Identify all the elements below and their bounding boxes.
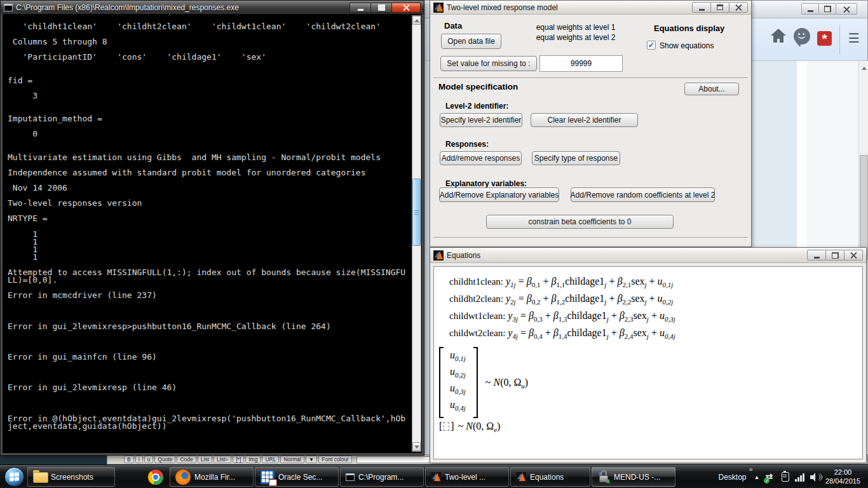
browser-restore-button[interactable]	[818, 3, 836, 15]
editor-toolbar-button[interactable]: B	[124, 456, 134, 463]
set-missing-value-button[interactable]: Set value for missing to :	[440, 56, 537, 71]
equations-window: Equations childht1clean: y1j = β0,1 + β1…	[430, 247, 867, 463]
taskbar-item-console[interactable]: C:\Program...	[340, 467, 424, 487]
equations-restore-button[interactable]	[825, 250, 844, 261]
missing-value-input[interactable]: 99999	[539, 55, 623, 72]
add-remove-random-coeff-button[interactable]: Add/Remove random coefficients at level …	[571, 187, 715, 202]
taskbar-item-label: Two-level ...	[445, 473, 485, 482]
specify-response-type-button[interactable]: Specify type of response	[532, 151, 620, 165]
equations-minimize-button[interactable]	[807, 250, 826, 261]
add-remove-responses-button[interactable]: Add/remove responses	[440, 151, 522, 165]
console-title: C:\Program Files (x86)\Realcom\Imputatio…	[16, 3, 239, 12]
show-equations-checkbox[interactable]: ✔	[647, 41, 656, 50]
taskbar-item-two-level[interactable]: Two-level ...	[425, 467, 509, 487]
desktop-toolbar[interactable]: Desktop »	[713, 465, 751, 488]
taskbar-item-chrome[interactable]	[143, 467, 168, 487]
show-equations-label: Show equations	[660, 41, 714, 50]
scroll-up-arrow[interactable]	[412, 16, 421, 25]
taskbar: Screenshots Mozilla Fir... 13 Oracle Sec…	[0, 464, 868, 488]
lastpass-icon[interactable]: *	[817, 31, 832, 46]
console-icon	[346, 473, 355, 481]
close-icon	[735, 4, 742, 11]
model-maximize-button[interactable]	[710, 2, 729, 13]
taskbar-item-equations[interactable]: Equations	[510, 467, 590, 487]
editor-toolbar-button[interactable]: [*]	[233, 456, 244, 463]
taskbar-item-oracle[interactable]: 13 Oracle Sec...	[255, 467, 339, 487]
minimize-icon	[814, 257, 820, 259]
taskbar-clock[interactable]: 22:00 28/04/2015	[824, 465, 867, 485]
editor-toolbar-button[interactable]: u	[144, 456, 154, 463]
minimize-icon	[699, 9, 705, 11]
equation-line: childwt2clean: y4j = β0,4 + β1,4childage…	[449, 327, 862, 344]
model-window-title: Two-level mixed response model	[447, 3, 558, 12]
constrain-beta-button[interactable]: constrain beta coefficients to 0	[486, 215, 674, 229]
editor-toolbar-button[interactable]: ▼	[306, 456, 317, 463]
editor-toolbar-button[interactable]: i	[135, 456, 143, 463]
scroll-down-arrow[interactable]	[412, 442, 421, 451]
console-close-button[interactable]	[391, 3, 421, 13]
close-icon	[850, 252, 857, 259]
editor-toolbar-button[interactable]: Img	[245, 456, 261, 463]
maximize-icon	[717, 4, 723, 10]
add-remove-explanatory-button[interactable]: Add/Remove Explanatory variables	[439, 187, 559, 202]
console-scrollbar[interactable]	[412, 15, 421, 452]
equations-titlebar[interactable]: Equations	[430, 248, 866, 263]
system-tray: ▲ ⇄✓	[752, 465, 824, 488]
model-close-button[interactable]	[729, 2, 748, 13]
close-icon	[403, 4, 410, 11]
start-button[interactable]	[1, 465, 27, 488]
model-window: Two-level mixed response model Data equa…	[430, 0, 752, 247]
chat-bubble-icon[interactable]	[794, 28, 810, 44]
section-divider	[433, 78, 748, 79]
model-minimize-button[interactable]	[692, 2, 711, 13]
editor-toolbar-button[interactable]: Font colour	[318, 456, 352, 463]
specify-level2-button[interactable]: Specify level-2 identifier	[440, 113, 522, 127]
u-vector-entry: u0,1j	[450, 349, 466, 366]
section-divider	[433, 237, 748, 238]
editor-toolbar-button[interactable]: List	[198, 456, 212, 463]
editor-toolbar-button[interactable]: Code	[177, 456, 196, 463]
restore-icon	[832, 252, 839, 259]
console-titlebar[interactable]: C:\Program Files (x86)\Realcom\Imputatio…	[1, 1, 424, 14]
console-restore-button[interactable]	[370, 3, 392, 13]
explanatory-variables-label: Explanatory variables:	[445, 179, 527, 188]
u-vector-entry: u0,3j	[450, 383, 466, 399]
responses-label: Responses:	[445, 140, 489, 149]
clear-level2-button[interactable]: Clear level-2 identifier	[531, 113, 638, 127]
browser-minimize-button[interactable]	[801, 3, 819, 15]
open-data-file-button[interactable]: Open data file	[441, 34, 501, 49]
scrollbar-thumb[interactable]	[860, 155, 868, 260]
equation-list: childht1clean: y1j = β0,1 + β1,1childage…	[434, 267, 862, 344]
editor-toolbar-button[interactable]: URL	[262, 456, 279, 463]
hamburger-menu-icon[interactable]: ☰	[844, 27, 864, 49]
home-icon[interactable]	[770, 29, 787, 44]
about-button[interactable]: About...	[684, 83, 739, 95]
desktop: * ☰ BiuQuoteCodeListList=[*]ImgURLNormal…	[0, 0, 868, 488]
editor-toolbar-button[interactable]: Normal	[280, 456, 304, 463]
scrollbar-thumb[interactable]	[412, 179, 421, 246]
sync-tray-icon[interactable]: ⇄✓	[765, 471, 776, 482]
taskbar-item-mendus[interactable]: MEND-US -...	[592, 467, 675, 487]
console-app-icon	[4, 4, 13, 11]
editor-text-input[interactable]	[356, 456, 438, 463]
scroll-up-arrow[interactable]	[860, 64, 868, 72]
u-vector-distribution: u0,1ju0,2ju0,3ju0,4j ~ N(0, Ωu)	[439, 347, 862, 418]
e-open-bracket: [	[439, 421, 442, 432]
u-distribution: ~ N(0, Ωu)	[485, 377, 528, 388]
taskbar-item-screenshots[interactable]: Screenshots	[27, 467, 115, 487]
clipboard-tray-icon[interactable]	[782, 472, 789, 482]
console-minimize-button[interactable]	[349, 3, 371, 13]
right-bracket	[473, 347, 478, 418]
editor-toolbar-button[interactable]: List=	[214, 456, 231, 463]
lock-sync-icon	[597, 470, 610, 485]
volume-icon[interactable]	[810, 472, 822, 482]
tray-expand-icon[interactable]: ▲	[754, 474, 760, 480]
browser-close-button[interactable]	[836, 3, 857, 15]
taskbar-item-firefox[interactable]: Mozilla Fir...	[170, 467, 254, 487]
network-signal-icon[interactable]	[795, 473, 804, 482]
model-titlebar[interactable]: Two-level mixed response model	[430, 1, 751, 15]
editor-toolbar-button[interactable]: Quote	[154, 456, 175, 463]
taskbar-item-vlc[interactable]	[116, 467, 142, 487]
equations-close-button[interactable]	[844, 250, 863, 261]
taskbar-item-label: MEND-US -...	[614, 473, 660, 482]
